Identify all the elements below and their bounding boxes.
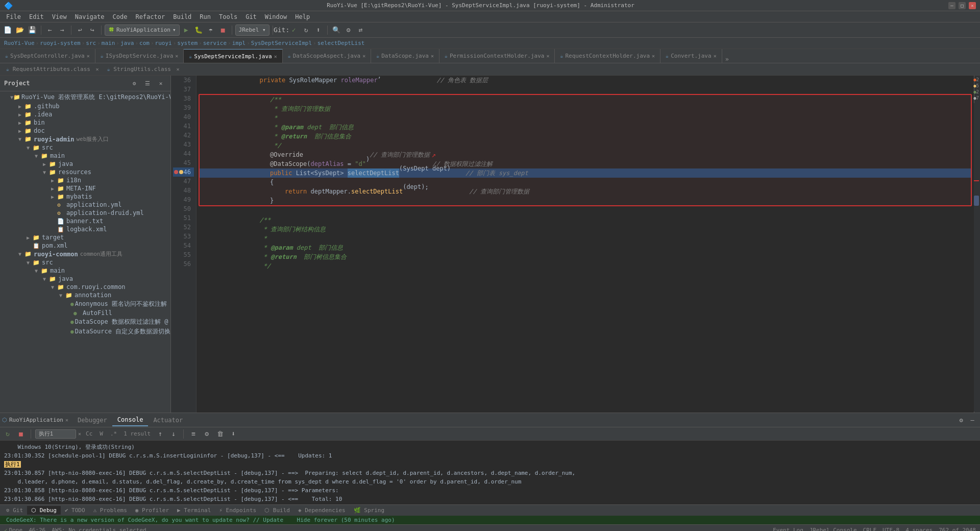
tab-sysdeptserviceimpl[interactable]: ☕ SysDeptServiceImpl.java ✕ bbox=[184, 49, 282, 63]
toolbar-redo-btn[interactable]: ↪ bbox=[87, 25, 98, 36]
debug-regex-btn[interactable]: .* bbox=[108, 430, 119, 438]
panel-gear-icon[interactable]: ⚙ bbox=[129, 78, 140, 89]
status-encoding[interactable]: UTF-8 bbox=[883, 527, 899, 531]
debug-stop-icon[interactable]: ■ bbox=[15, 428, 27, 440]
jrebel-dropdown[interactable]: JRebel ▾ bbox=[235, 25, 270, 36]
stop-button[interactable]: ■ bbox=[217, 25, 229, 36]
debug-clear-search-icon[interactable]: ✕ bbox=[78, 431, 81, 437]
bc-system[interactable]: system bbox=[177, 40, 198, 46]
tree-idea[interactable]: ▶ 📁 .idea bbox=[0, 110, 170, 118]
menu-help[interactable]: Help bbox=[291, 12, 314, 21]
tree-anonymous[interactable]: ▶ ● Anonymous 匿名访问不鉴权注解 @ ruoyi bbox=[0, 299, 170, 309]
menu-file[interactable]: File bbox=[2, 12, 25, 21]
panel-close-icon[interactable]: ✕ bbox=[155, 78, 166, 89]
tab-isysdeptservice[interactable]: ☕ ISysDeptService.java ✕ bbox=[95, 49, 184, 63]
bc-main[interactable]: main bbox=[102, 40, 115, 46]
bottom-tab-endpoints[interactable]: ⚡ Endpoints bbox=[215, 506, 260, 515]
debug-settings-icon[interactable]: ⚙ bbox=[955, 415, 967, 426]
bc-java[interactable]: java bbox=[120, 40, 134, 46]
status-jrebel-console[interactable]: JRebel Console bbox=[810, 527, 857, 531]
tab-close-datascopeaspect[interactable]: ✕ bbox=[362, 53, 365, 59]
tree-banner-txt[interactable]: ▶ 📄 banner.txt bbox=[0, 217, 170, 225]
tree-doc[interactable]: ▶ 📁 doc bbox=[0, 127, 170, 135]
scroll-thumb[interactable] bbox=[974, 196, 979, 206]
debug-scroll-end-icon[interactable]: ⬇ bbox=[228, 428, 239, 440]
tree-ruoyi-common[interactable]: ▼ 📁 ruoyi-common common通用工具 bbox=[0, 250, 170, 258]
tab-datascope[interactable]: ☕ DataScope.java ✕ bbox=[371, 49, 439, 63]
minimize-button[interactable]: — bbox=[948, 2, 955, 9]
tree-admin-src[interactable]: ▼ 📁 src bbox=[0, 143, 170, 152]
menu-git[interactable]: Git bbox=[241, 12, 261, 21]
tab-close-sysdeptserviceimpl[interactable]: ✕ bbox=[274, 54, 277, 59]
tree-ruoyi-admin[interactable]: ▼ 📁 ruoyi-admin web服务入口 bbox=[0, 135, 170, 143]
debug-trash-icon[interactable]: 🗑 bbox=[214, 428, 226, 440]
git-checkmark[interactable]: ✓ bbox=[288, 25, 300, 36]
subtab-close-1[interactable]: ✕ bbox=[96, 66, 99, 72]
tab-permissioncontextholder[interactable]: ☕ PermissionContextHolder.java ✕ bbox=[439, 49, 555, 63]
bottom-tab-git[interactable]: ⎊ Git bbox=[2, 506, 27, 515]
status-time[interactable]: 46:26 bbox=[29, 527, 45, 531]
tab-close-permissioncontextholder[interactable]: ✕ bbox=[546, 53, 549, 59]
bc-ruoyi[interactable]: ruoyi bbox=[155, 40, 172, 46]
tree-mybatis[interactable]: ▶ 📁 mybatis bbox=[0, 192, 170, 201]
tab-sysdeptcontroller[interactable]: ☕ SysDeptController.java ✕ bbox=[0, 49, 95, 63]
subtab-close-2[interactable]: ✕ bbox=[177, 66, 180, 72]
tab-close-requestcontextholder[interactable]: ✕ bbox=[652, 53, 655, 59]
tab-close-convert[interactable]: ✕ bbox=[714, 53, 717, 59]
coverage-button[interactable]: ☂ bbox=[205, 25, 216, 36]
toolbar-search-btn[interactable]: 🔍 bbox=[331, 25, 342, 36]
bc-method[interactable]: selectDeptList bbox=[317, 40, 365, 46]
bc-com[interactable]: com bbox=[139, 40, 150, 46]
subtab-requestattributes[interactable]: ☕ RequestAttributes.class ✕ bbox=[2, 65, 103, 74]
debug-close-session[interactable]: ✕ bbox=[65, 417, 68, 423]
status-aws[interactable]: AWS: No credentials selected bbox=[52, 527, 146, 531]
toolbar-translate-btn[interactable]: ⇄ bbox=[355, 25, 366, 36]
panel-layout-icon[interactable]: ☰ bbox=[142, 78, 153, 89]
git-push[interactable]: ⬆ bbox=[313, 25, 324, 36]
close-button[interactable]: ✕ bbox=[969, 2, 976, 9]
debug-match-case-btn[interactable]: Cc bbox=[83, 430, 95, 438]
menu-run[interactable]: Run bbox=[195, 12, 215, 21]
menu-build[interactable]: Build bbox=[169, 12, 195, 21]
toolbar-new-btn[interactable]: 📄 bbox=[2, 25, 13, 36]
toolbar-settings-btn[interactable]: ⚙ bbox=[343, 25, 354, 36]
bc-service[interactable]: service bbox=[203, 40, 227, 46]
tree-pom-xml[interactable]: ▶ 📋 pom.xml bbox=[0, 242, 170, 250]
status-crlf[interactable]: CRLF bbox=[863, 527, 877, 531]
bc-ruoyi-vue[interactable]: RuoYi-Vue bbox=[4, 40, 35, 46]
tree-autofill[interactable]: ▶ ● AutoFill bbox=[0, 309, 170, 317]
run-config-dropdown[interactable]: 🍀 RuoYiApplication ▾ bbox=[105, 25, 180, 36]
git-refresh[interactable]: ↻ bbox=[301, 25, 312, 36]
tree-logback-xml[interactable]: ▶ 📋 logback.xml bbox=[0, 225, 170, 233]
bottom-tab-todo[interactable]: ✔ TODO bbox=[61, 506, 89, 515]
tree-root[interactable]: ▼ 📁 RuoYi-Vue 若依管理系统 E:\gitRepos2\RuoYi-… bbox=[0, 92, 170, 102]
debug-restart-icon[interactable]: ↻ bbox=[2, 428, 13, 440]
debug-prev-icon[interactable]: ↑ bbox=[155, 428, 166, 440]
status-indent[interactable]: 4 spaces bbox=[905, 527, 933, 531]
debug-search-input[interactable] bbox=[35, 429, 76, 439]
tree-common-src[interactable]: ▼ 📁 src bbox=[0, 258, 170, 267]
menu-navigate[interactable]: Navigate bbox=[71, 12, 109, 21]
tab-datascopeaspect[interactable]: ☕ DataScopeAspect.java ✕ bbox=[283, 49, 372, 63]
toolbar-undo-btn[interactable]: ↩ bbox=[75, 25, 86, 36]
debug-tab-debugger[interactable]: Debugger bbox=[72, 415, 112, 426]
debug-gear-icon[interactable]: ⚙ bbox=[201, 428, 212, 440]
tab-requestcontextholder[interactable]: ☕ RequestContextHolder.java ✕ bbox=[555, 49, 660, 63]
bottom-tab-terminal[interactable]: ▶ Terminal bbox=[173, 506, 215, 515]
menu-edit[interactable]: Edit bbox=[25, 12, 48, 21]
debug-next-icon[interactable]: ↓ bbox=[168, 428, 179, 440]
bottom-tab-spring[interactable]: 🌿 Spring bbox=[350, 506, 388, 515]
menu-tools[interactable]: Tools bbox=[215, 12, 241, 21]
bottom-tab-build[interactable]: ⬡ Build bbox=[260, 506, 294, 515]
toolbar-forward-btn[interactable]: → bbox=[57, 25, 68, 36]
tree-common-main[interactable]: ▼ 📁 main bbox=[0, 267, 170, 275]
tree-com-ruoyi-common[interactable]: ▼ 📁 com.ruoyi.common bbox=[0, 283, 170, 291]
subtab-stringutils[interactable]: ☕ StringUtils.class ✕ bbox=[103, 65, 184, 74]
toolbar-save-btn[interactable]: 💾 bbox=[27, 25, 38, 36]
tree-common-java[interactable]: ▼ 📁 java bbox=[0, 275, 170, 283]
bottom-tab-dependencies[interactable]: ◈ Dependencies bbox=[294, 506, 350, 515]
bc-impl[interactable]: impl bbox=[232, 40, 246, 46]
bc-src[interactable]: src bbox=[86, 40, 96, 46]
tab-convert[interactable]: ☕ Convert.java ✕ bbox=[660, 49, 722, 63]
toolbar-open-btn[interactable]: 📂 bbox=[14, 25, 26, 36]
